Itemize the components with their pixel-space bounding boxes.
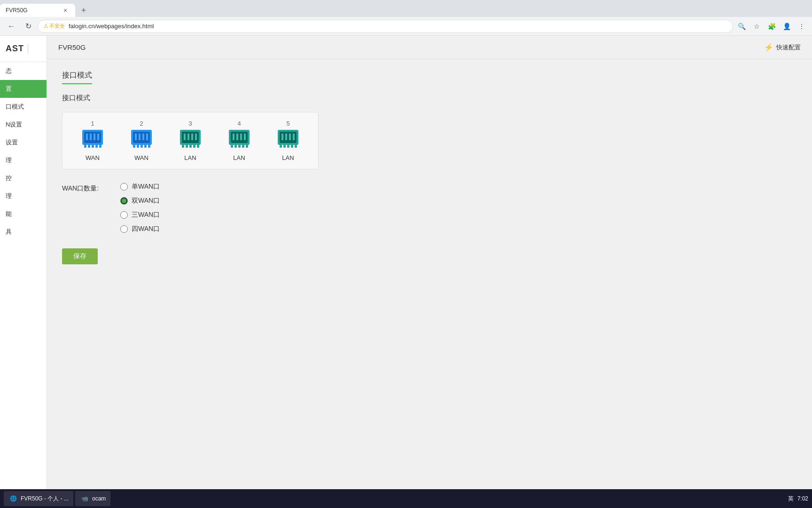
- sidebar-item-wan-settings[interactable]: N设置: [0, 116, 47, 134]
- port-1-number: 1: [91, 120, 94, 127]
- port-5-number: 5: [286, 120, 289, 127]
- sidebar-item-interface-mode[interactable]: 口模式: [0, 98, 47, 116]
- port-2: 2: [123, 120, 160, 161]
- svg-rect-37: [238, 143, 241, 148]
- page-tab-area: 接口模式: [62, 71, 797, 84]
- sidebar-item-label: 设置: [6, 138, 18, 147]
- sidebar-item-lan-settings[interactable]: 设置: [0, 134, 47, 151]
- port-4: 4: [220, 120, 258, 161]
- svg-rect-10: [97, 134, 99, 140]
- app-container: AST 态 置 口模式 N设置 设置 理 控: [0, 36, 812, 489]
- svg-rect-7: [86, 134, 88, 140]
- svg-rect-32: [195, 134, 197, 140]
- wan-option-dual[interactable]: 双WAN口: [120, 197, 160, 205]
- svg-rect-21: [146, 134, 148, 140]
- svg-rect-31: [191, 134, 193, 140]
- svg-rect-49: [291, 143, 293, 148]
- svg-rect-41: [236, 134, 238, 140]
- tab-bar: FVR50G × +: [0, 0, 812, 17]
- star-icon[interactable]: ☆: [750, 20, 763, 33]
- quick-config-button[interactable]: ⚡ 快速配置: [764, 43, 801, 52]
- port-3-number: 3: [188, 120, 192, 127]
- svg-rect-4: [92, 143, 94, 148]
- taskbar-right: 英 7:02: [788, 495, 808, 503]
- port-2-icon: [128, 130, 155, 151]
- wan-option-quad-label: 四WAN口: [132, 225, 160, 233]
- sidebar-item-label: 理: [6, 156, 12, 165]
- sidebar-item-advanced[interactable]: 理: [0, 187, 47, 205]
- port-1-label: WAN: [86, 154, 100, 161]
- svg-rect-16: [144, 143, 147, 148]
- svg-rect-50: [295, 143, 297, 148]
- svg-rect-39: [246, 143, 248, 148]
- wan-option-single-label: 单WAN口: [132, 183, 160, 191]
- save-button[interactable]: 保存: [62, 248, 98, 264]
- port-1-icon: [79, 130, 106, 151]
- taskbar-ocam-label: ocam: [92, 495, 106, 502]
- sidebar-item-feature[interactable]: 能: [0, 205, 47, 223]
- svg-rect-24: [182, 143, 184, 148]
- port-4-icon: [226, 130, 252, 151]
- sidebar-item-label: 理: [6, 192, 12, 200]
- svg-rect-6: [99, 143, 102, 148]
- extensions-icon[interactable]: 🧩: [765, 20, 778, 33]
- svg-rect-53: [289, 134, 291, 140]
- svg-rect-46: [280, 143, 282, 148]
- wan-radio-quad[interactable]: [120, 225, 128, 233]
- new-tab-button[interactable]: +: [77, 4, 90, 17]
- browser-chrome: FVR50G × + ← ↻ ⚠ 不安全 falogin.cn/webpages…: [0, 0, 812, 36]
- refresh-button[interactable]: ↻: [21, 19, 36, 34]
- device-title: FVR50G: [58, 43, 86, 51]
- wan-option-quad[interactable]: 四WAN口: [120, 225, 160, 233]
- wan-radio-single[interactable]: [120, 183, 128, 190]
- tab-close-button[interactable]: ×: [61, 6, 70, 15]
- profile-icon[interactable]: 👤: [780, 20, 793, 33]
- svg-rect-40: [233, 134, 234, 140]
- main-content: FVR50G ⚡ 快速配置 接口模式 接口模式 1: [47, 36, 812, 489]
- sidebar-item-network[interactable]: 置: [0, 80, 47, 98]
- wan-count-label: WAN口数量:: [62, 183, 109, 193]
- svg-rect-17: [148, 143, 150, 148]
- browser-tab[interactable]: FVR50G ×: [0, 4, 75, 17]
- port-2-label: WAN: [134, 154, 148, 161]
- svg-rect-30: [187, 134, 189, 140]
- lightning-icon: ⚡: [764, 43, 773, 52]
- svg-rect-9: [94, 134, 95, 140]
- taskbar-time: 7:02: [797, 495, 808, 502]
- sidebar-item-status[interactable]: 态: [0, 62, 47, 80]
- wan-radio-triple[interactable]: [120, 211, 128, 219]
- wan-radio-dual[interactable]: [120, 197, 128, 205]
- section-title-area: 接口模式: [62, 94, 797, 103]
- browser-taskbar-icon: 🌐: [8, 494, 18, 503]
- wan-option-single[interactable]: 单WAN口: [120, 183, 160, 191]
- wan-option-dual-label: 双WAN口: [132, 197, 160, 205]
- sidebar-item-mgmt[interactable]: 理: [0, 151, 47, 169]
- address-bar[interactable]: ⚠ 不安全 falogin.cn/webpages/index.html: [38, 20, 733, 33]
- svg-rect-2: [84, 143, 86, 148]
- svg-rect-35: [231, 143, 233, 148]
- taskbar-left: 🌐 FVR50G - 个人 - ... 📹 ocam: [4, 491, 110, 506]
- address-text: falogin.cn/webpages/index.html: [69, 23, 727, 30]
- sidebar-item-tools[interactable]: 具: [0, 223, 47, 241]
- wan-option-triple-label: 三WAN口: [132, 211, 160, 219]
- sidebar-item-label: 控: [6, 174, 12, 183]
- menu-icon[interactable]: ⋮: [795, 20, 808, 33]
- svg-rect-8: [90, 134, 92, 140]
- main-header: FVR50G ⚡ 快速配置: [47, 36, 812, 59]
- svg-rect-51: [281, 134, 283, 140]
- sidebar-item-control[interactable]: 控: [0, 169, 47, 187]
- taskbar-item-browser[interactable]: 🌐 FVR50G - 个人 - ...: [4, 491, 73, 506]
- sidebar: AST 态 置 口模式 N设置 设置 理 控: [0, 36, 47, 489]
- search-icon[interactable]: 🔍: [735, 20, 748, 33]
- taskbar-browser-label: FVR50G - 个人 - ...: [21, 495, 69, 503]
- svg-rect-19: [139, 134, 141, 140]
- svg-rect-42: [240, 134, 242, 140]
- svg-rect-14: [137, 143, 139, 148]
- sidebar-item-label: 态: [6, 67, 12, 75]
- nav-icons: 🔍 ☆ 🧩 👤 ⋮: [735, 20, 808, 33]
- wan-option-triple[interactable]: 三WAN口: [120, 211, 160, 219]
- back-button[interactable]: ←: [4, 19, 19, 34]
- taskbar-item-ocam[interactable]: 📹 ocam: [75, 491, 110, 506]
- wan-radio-group: 单WAN口 双WAN口 三WAN口 四WAN口: [120, 183, 160, 233]
- svg-rect-20: [142, 134, 144, 140]
